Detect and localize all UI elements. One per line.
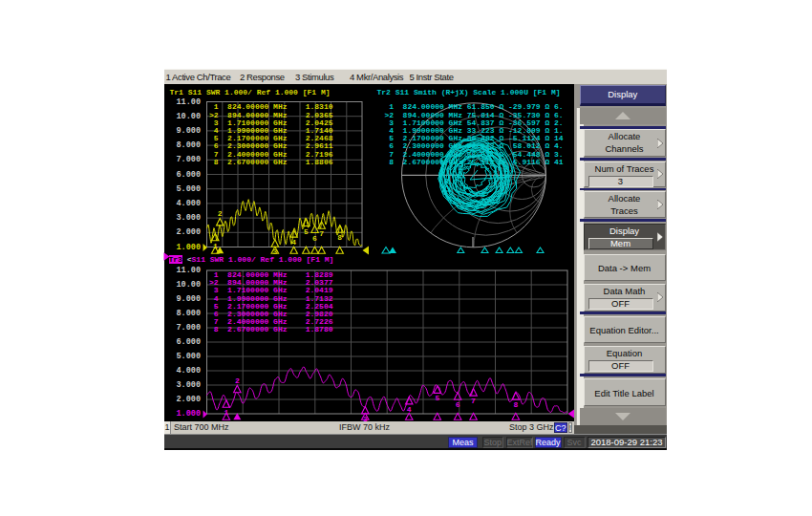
svg-text:2: 2 (235, 376, 240, 385)
svg-text:6: 6 (312, 234, 317, 243)
svg-text:4: 4 (291, 238, 296, 247)
svg-text:2: 2 (218, 209, 223, 218)
svg-text:5: 5 (304, 227, 309, 236)
svg-text:7: 7 (471, 397, 476, 405)
svg-text:8: 8 (481, 190, 486, 199)
svg-text:3: 3 (444, 177, 449, 185)
svg-text:7: 7 (319, 229, 324, 238)
svg-text:5: 5 (435, 394, 439, 402)
svg-text:6: 6 (456, 400, 460, 409)
svg-text:8: 8 (337, 233, 342, 242)
svg-text:8: 8 (513, 400, 518, 409)
